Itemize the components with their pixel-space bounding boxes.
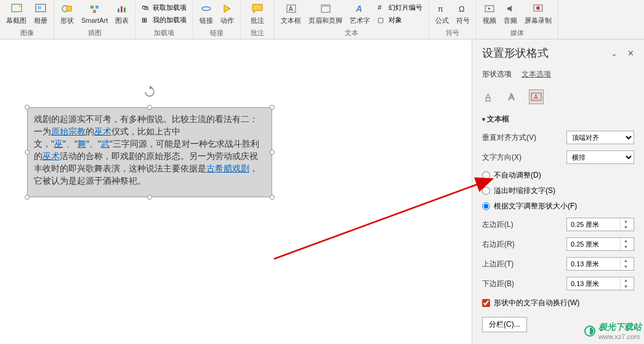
get-addins-button[interactable]: 🛍获取加载项: [140, 1, 188, 14]
margin-right-spinner[interactable]: ▲▼: [566, 237, 634, 251]
screenshot-button[interactable]: 幕截图: [2, 0, 30, 27]
group-label-media: 媒体: [510, 27, 524, 38]
radio-no-autofit[interactable]: [482, 171, 490, 179]
resize-handle-ml[interactable]: [25, 150, 30, 155]
ribbon-group-image: 幕截图 相册 图像: [0, 0, 54, 39]
wrap-label: 形状中的文字自动换行(W): [494, 298, 579, 308]
section-textbox[interactable]: 文本框: [482, 114, 634, 125]
svg-rect-10: [121, 6, 123, 12]
tab-text-options[interactable]: 文本选项: [521, 69, 551, 83]
svg-rect-7: [95, 6, 99, 9]
textdir-label: 文字方向(X): [482, 152, 521, 163]
headerfooter-button[interactable]: 页眉和页脚: [305, 0, 346, 27]
svg-rect-6: [91, 6, 94, 9]
group-label-symbols: 符号: [446, 27, 459, 38]
link-greek-drama[interactable]: 古希腊戏剧: [206, 163, 249, 173]
pane-dropdown-icon[interactable]: ⌄: [611, 49, 618, 58]
album-icon: [34, 2, 47, 15]
shape-button[interactable]: 形状: [57, 0, 78, 27]
textbox-shape[interactable]: 戏剧的起源实不可考，有多种假说。比较主流的看法有二：一为原始宗教的巫术仪式，比如…: [27, 107, 272, 197]
spin-up[interactable]: ▲: [621, 238, 631, 244]
textdir-select[interactable]: 横排: [566, 150, 634, 164]
resize-handle-br[interactable]: [270, 195, 275, 200]
slide-canvas[interactable]: 戏剧的起源实不可考，有多种假说。比较主流的看法有二：一为原始宗教的巫术仪式，比如…: [0, 39, 472, 344]
spin-up[interactable]: ▲: [621, 258, 631, 264]
svg-text:A: A: [509, 92, 515, 102]
svg-marker-22: [488, 7, 491, 10]
spin-down[interactable]: ▼: [621, 264, 631, 270]
link-wu[interactable]: 巫: [54, 139, 63, 149]
tab-shape-options[interactable]: 形状选项: [482, 69, 512, 83]
comment-label: 批注: [251, 16, 264, 25]
margin-bottom-input[interactable]: [567, 280, 620, 287]
equation-button[interactable]: π 公式: [432, 0, 453, 27]
resize-handle-bm[interactable]: [147, 195, 152, 200]
textbox-button[interactable]: A 文本框: [277, 0, 305, 27]
radio-resize-shape[interactable]: [482, 202, 490, 210]
link-witchcraft[interactable]: 巫术: [94, 126, 111, 136]
resize-handle-tl[interactable]: [25, 105, 30, 110]
margin-left-input[interactable]: [567, 221, 620, 228]
spin-up[interactable]: ▲: [621, 218, 631, 224]
chart-button[interactable]: 图表: [111, 0, 132, 27]
ribbon-group-links: 链接 动作 链接: [193, 0, 241, 39]
album-button[interactable]: 相册: [30, 0, 51, 27]
margin-bottom-label: 下边距(B): [482, 279, 514, 289]
link-martial[interactable]: 武: [101, 139, 110, 149]
valign-select[interactable]: 顶端对齐: [566, 131, 634, 144]
spin-down[interactable]: ▼: [621, 224, 631, 231]
margin-right-input[interactable]: [567, 240, 620, 248]
video-button[interactable]: 视频: [479, 0, 500, 27]
cat-textfill-icon[interactable]: A: [482, 89, 497, 104]
wordart-button[interactable]: A 艺术字: [346, 0, 374, 27]
margin-left-spinner[interactable]: ▲▼: [566, 218, 634, 231]
margin-top-spinner[interactable]: ▲▼: [566, 257, 634, 271]
resize-handle-mr[interactable]: [270, 150, 275, 155]
resize-handle-tr[interactable]: [270, 105, 275, 110]
symbol-button[interactable]: Ω 符号: [453, 0, 473, 27]
svg-rect-17: [321, 5, 330, 7]
link-icon: [200, 2, 212, 15]
spin-up[interactable]: ▲: [621, 277, 631, 284]
svg-rect-3: [38, 6, 41, 9]
link-label: 链接: [199, 16, 213, 25]
margin-top-input[interactable]: [567, 260, 620, 268]
resize-handle-tm[interactable]: [147, 105, 152, 110]
watermark-brand: 极光下载站: [598, 322, 642, 333]
my-addins-button[interactable]: ⊞我的加载项: [140, 14, 188, 26]
textbox-content[interactable]: 戏剧的起源实不可考，有多种假说。比较主流的看法有二：一为原始宗教的巫术仪式，比如…: [28, 108, 272, 197]
textbox-icon: A: [285, 2, 297, 15]
comment-icon: [251, 2, 264, 15]
spin-down[interactable]: ▼: [621, 284, 631, 290]
radio-shrink-text[interactable]: [482, 187, 490, 195]
link-dance[interactable]: 舞: [78, 139, 86, 149]
action-button[interactable]: 动作: [217, 0, 238, 27]
pane-close-icon[interactable]: ✕: [627, 49, 634, 58]
link-religion[interactable]: 原始宗教: [51, 126, 86, 136]
link-button[interactable]: 链接: [196, 0, 217, 27]
smartart-button[interactable]: SmartArt: [78, 0, 111, 27]
watermark: 极光下载站 www.xz7.com: [584, 322, 642, 340]
wordart-icon: A: [354, 2, 366, 15]
svg-text:π: π: [438, 4, 443, 14]
wrap-checkbox[interactable]: [482, 299, 490, 307]
columns-button[interactable]: 分栏(C)...: [482, 317, 527, 332]
audio-button[interactable]: 音频: [500, 0, 521, 27]
ribbon-group-symbols: π 公式 Ω 符号 符号: [429, 0, 477, 39]
margin-bottom-spinner[interactable]: ▲▼: [566, 277, 634, 290]
rotate-handle[interactable]: [143, 86, 156, 98]
ribbon-group-text: A 文本框 页眉和页脚 A 艺术字 #幻灯片编号 ▢对象 文本: [275, 0, 429, 39]
screenrec-button[interactable]: 屏幕录制: [521, 0, 555, 27]
resize-handle-bl[interactable]: [25, 195, 30, 200]
spin-down[interactable]: ▼: [621, 244, 631, 250]
svg-rect-8: [93, 10, 96, 13]
svg-rect-11: [124, 7, 126, 12]
link-witchcraft2[interactable]: 巫术: [42, 151, 60, 161]
object-button[interactable]: ▢对象: [376, 14, 424, 26]
cat-textbox-icon[interactable]: A: [529, 89, 544, 104]
comment-button[interactable]: 批注: [243, 0, 272, 27]
slidenum-button[interactable]: #幻灯片编号: [376, 1, 424, 14]
format-shape-pane: 设置形状格式 ⌄ ✕ 形状选项 文本选项 A A A 文本框 垂直对齐方式(V)…: [472, 39, 644, 344]
cat-texteffect-icon[interactable]: A: [505, 89, 520, 104]
addins-icon: ⊞: [142, 15, 150, 24]
